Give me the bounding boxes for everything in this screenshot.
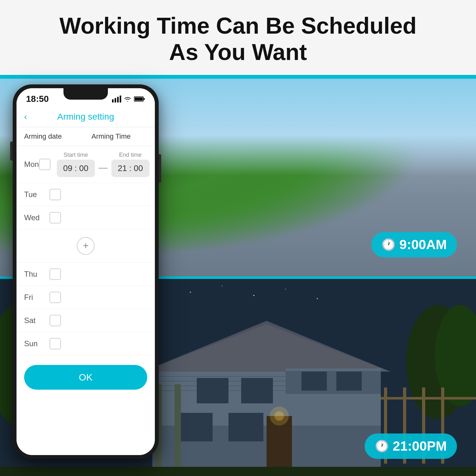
svg-rect-14: [152, 170, 381, 224]
page-header: Working Time Can Be Scheduled As You Wan…: [0, 0, 476, 75]
svg-rect-92: [381, 397, 476, 400]
add-time-row: +: [17, 229, 155, 263]
svg-rect-26: [286, 167, 381, 169]
svg-rect-36: [197, 177, 228, 201]
svg-rect-98: [135, 97, 143, 101]
battery-icon: [134, 96, 145, 102]
app-nav-bar: ‹ Arming setting: [17, 107, 155, 127]
svg-point-4: [228, 92, 279, 115]
wifi-icon: [124, 96, 131, 102]
svg-rect-85: [228, 413, 263, 441]
day-label-fri: Fri: [24, 293, 50, 302]
svg-rect-83: [336, 372, 362, 391]
day-label-sun: Sun: [24, 339, 50, 348]
svg-rect-45: [257, 265, 301, 270]
svg-rect-82: [301, 372, 327, 391]
time-dash: —: [99, 162, 108, 173]
day-time-badge: 🕐 9:00AM: [371, 232, 457, 257]
svg-rect-38: [301, 170, 327, 189]
svg-rect-43: [271, 219, 287, 241]
svg-rect-44: [260, 262, 298, 267]
day-row-fri: Fri: [17, 286, 155, 309]
day-label-sat: Sat: [24, 316, 50, 325]
svg-point-58: [190, 292, 191, 293]
svg-rect-25: [286, 167, 381, 192]
status-icons: [112, 96, 145, 102]
svg-rect-12: [152, 192, 381, 265]
svg-point-10: [435, 103, 476, 205]
day-label-mon: Mon: [24, 160, 39, 169]
svg-line-24: [267, 122, 390, 170]
svg-rect-47: [175, 183, 181, 265]
phone-outer-shell: 18:50: [13, 84, 159, 459]
ok-button-row: OK: [17, 355, 155, 399]
day-rows-container: Mon Start time 09 : 00 — End time: [17, 146, 155, 355]
svg-rect-90: [175, 384, 181, 467]
svg-marker-22: [143, 122, 390, 170]
svg-rect-42: [267, 215, 292, 265]
add-time-button[interactable]: +: [77, 237, 95, 255]
phone-mockup: 18:50: [13, 84, 159, 459]
svg-line-23: [143, 122, 267, 170]
svg-rect-81: [241, 378, 273, 403]
page-title: Working Time Can Be Scheduled As You Wan…: [19, 13, 457, 65]
svg-rect-40: [178, 211, 213, 240]
day-row-tue: Tue: [17, 183, 155, 206]
svg-rect-79: [286, 368, 381, 371]
svg-rect-13: [152, 215, 381, 265]
start-time-label: Start time: [57, 152, 95, 158]
svg-point-88: [274, 411, 284, 421]
signal-icon: [112, 96, 121, 102]
svg-point-3: [270, 99, 333, 127]
phone-screen: 18:50: [17, 88, 155, 455]
start-time-group: Start time 09 : 00: [57, 152, 95, 177]
nav-title: Arming setting: [57, 112, 114, 122]
svg-point-9: [406, 103, 470, 218]
svg-rect-84: [178, 413, 213, 441]
checkbox-fri[interactable]: [50, 292, 61, 303]
day-row-sat: Sat: [17, 309, 155, 332]
svg-rect-37: [241, 176, 273, 202]
night-time-badge: 🕐 21:00PM: [365, 433, 457, 459]
arming-time-label: Arming Time: [75, 132, 147, 141]
svg-point-1: [292, 84, 406, 129]
back-button[interactable]: ‹: [24, 112, 27, 122]
svg-rect-80: [197, 378, 228, 403]
end-time-input[interactable]: 21 : 00: [111, 160, 149, 177]
svg-rect-48: [152, 180, 216, 184]
svg-rect-51: [381, 195, 476, 198]
svg-rect-91: [0, 467, 476, 476]
svg-rect-35: [197, 176, 228, 202]
start-time-input[interactable]: 09 : 00: [57, 160, 95, 177]
day-row-mon: Mon Start time 09 : 00 — End time: [17, 146, 155, 183]
svg-rect-39: [336, 170, 362, 189]
status-time: 18:50: [26, 94, 49, 104]
app-content-area: Arming date Arming Time Mon Start time: [17, 127, 155, 455]
time-controls-mon: Start time 09 : 00 — End time 21 : 00: [57, 152, 149, 177]
checkbox-sat[interactable]: [50, 315, 61, 326]
svg-point-59: [222, 285, 223, 286]
svg-marker-21: [143, 119, 390, 170]
svg-point-60: [253, 295, 255, 296]
arming-date-label: Arming date: [24, 132, 75, 141]
checkbox-mon[interactable]: [39, 159, 50, 170]
svg-rect-41: [228, 211, 263, 240]
schedule-header-row: Arming date Arming Time: [17, 127, 155, 146]
checkbox-tue[interactable]: [50, 189, 61, 200]
day-label-wed: Wed: [24, 213, 50, 222]
night-time-text: 21:00PM: [393, 439, 447, 454]
end-time-label: End time: [111, 152, 149, 158]
day-row-wed: Wed: [17, 206, 155, 229]
checkbox-wed[interactable]: [50, 212, 61, 223]
main-content: 🕐 9:00AM: [0, 75, 476, 476]
svg-point-62: [317, 298, 318, 299]
day-label-tue: Tue: [24, 190, 50, 199]
teal-accent-bar-top: [0, 75, 476, 79]
svg-point-61: [285, 288, 286, 289]
checkbox-sun[interactable]: [50, 338, 61, 349]
checkbox-thu[interactable]: [50, 268, 61, 280]
svg-rect-78: [286, 368, 381, 394]
ok-button[interactable]: OK: [24, 365, 147, 390]
day-time-text: 9:00AM: [400, 237, 447, 252]
phone-notch: [63, 88, 108, 100]
